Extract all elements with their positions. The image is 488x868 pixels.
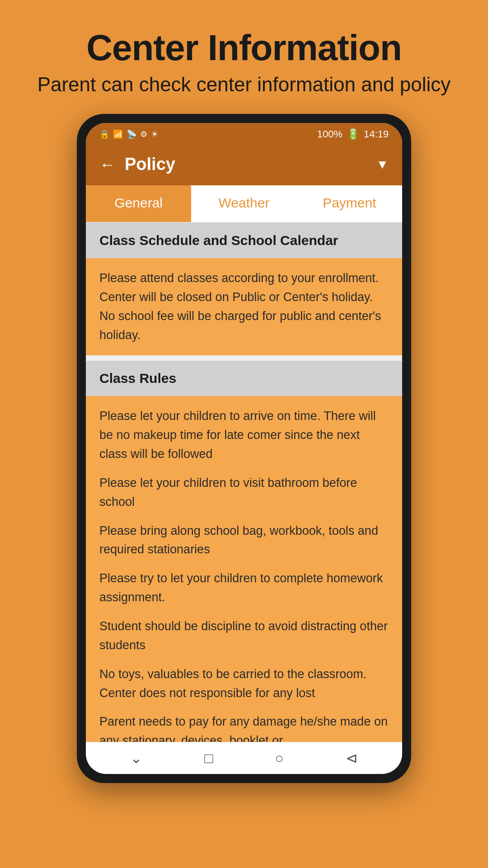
section-rules-body: Please let your children to arrive on ti… (86, 396, 402, 742)
clock: 14:19 (364, 128, 389, 140)
nav-circle-icon[interactable]: ○ (275, 750, 283, 767)
section-schedule: Class Schedule and School Calendar Pleas… (86, 223, 402, 355)
tab-bar: General Weather Payment (86, 185, 402, 223)
rules-paragraph-0: Please let your children to arrive on ti… (99, 407, 389, 464)
rules-paragraph-6: Parent needs to pay for any damage he/sh… (99, 712, 389, 742)
section-rules-header: Class Rules (86, 361, 402, 396)
nav-down-icon[interactable]: ⌄ (130, 750, 142, 767)
nav-square-icon[interactable]: □ (204, 750, 213, 767)
dropdown-icon[interactable]: ▼ (376, 157, 389, 172)
rules-paragraph-3: Please try to let your children to compl… (99, 569, 389, 607)
phone-frame: 🔒 📶 📡 ⚙ ☀ 100% 🔋 14:19 ← Policy ▼ Genera… (77, 114, 411, 783)
tab-weather[interactable]: Weather (191, 185, 296, 222)
status-right: 100% 🔋 14:19 (317, 128, 389, 140)
wifi-icon: 📶 (113, 129, 123, 139)
content-area[interactable]: Class Schedule and School Calendar Pleas… (86, 223, 402, 742)
bottom-nav: ⌄ □ ○ ⊲ (86, 742, 402, 774)
section-schedule-body: Please attend classes according to your … (86, 258, 402, 355)
back-button[interactable]: ← (99, 155, 116, 174)
nav-back-icon[interactable]: ⊲ (346, 750, 358, 767)
phone-screen: 🔒 📶 📡 ⚙ ☀ 100% 🔋 14:19 ← Policy ▼ Genera… (86, 123, 402, 774)
battery-icon: 🔋 (347, 128, 359, 140)
rules-paragraph-2: Please bring along school bag, workbook,… (99, 522, 389, 560)
settings-icon: ⚙ (140, 129, 147, 139)
brightness-icon: ☀ (151, 129, 158, 139)
page-title: Center Information (38, 27, 451, 69)
tab-general[interactable]: General (86, 185, 191, 222)
section-rules: Class Rules Please let your children to … (86, 361, 402, 742)
lock-icon: 🔒 (99, 129, 109, 139)
rules-paragraph-4: Student should be discipline to avoid di… (99, 617, 389, 655)
tab-payment[interactable]: Payment (297, 185, 402, 222)
page-subtitle: Parent can check center information and … (38, 73, 451, 96)
section-schedule-header: Class Schedule and School Calendar (86, 223, 402, 258)
battery-level: 100% (317, 128, 343, 140)
screen-title: Policy (125, 155, 367, 174)
status-left-icons: 🔒 📶 📡 ⚙ ☀ (99, 129, 158, 139)
top-bar: ← Policy ▼ (86, 146, 402, 185)
rules-paragraph-1: Please let your children to visit bathro… (99, 474, 389, 512)
section-schedule-title: Class Schedule and School Calendar (99, 233, 338, 248)
status-bar: 🔒 📶 📡 ⚙ ☀ 100% 🔋 14:19 (86, 123, 402, 146)
schedule-paragraph-0: Please attend classes according to your … (99, 269, 389, 344)
rules-paragraph-5: No toys, valuables to be carried to the … (99, 665, 389, 703)
section-rules-title: Class Rules (99, 371, 176, 386)
signal-icon: 📡 (127, 129, 136, 139)
